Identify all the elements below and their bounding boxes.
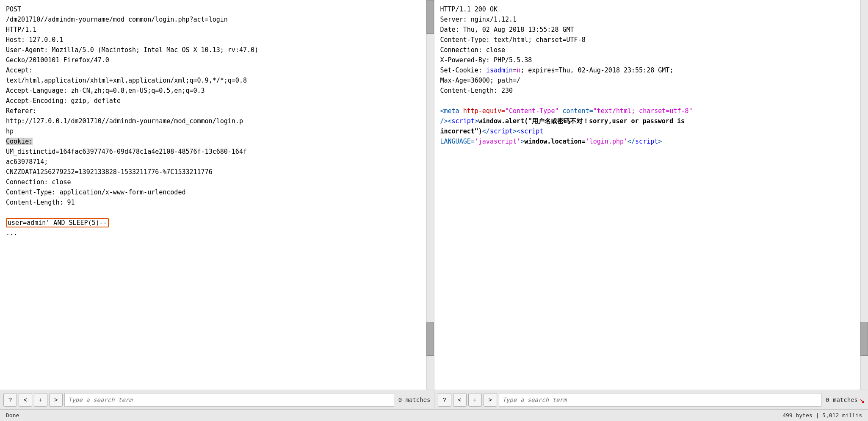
- script-open2: >: [520, 138, 524, 145]
- script-close2: </: [628, 138, 635, 145]
- status-left: Done: [6, 412, 19, 418]
- left-panel: POST /dm201710//admindm-yourname/mod_com…: [0, 0, 434, 409]
- script-end1: ><: [513, 127, 520, 135]
- script-kw1: script: [490, 127, 513, 135]
- content-attr: content=: [558, 107, 593, 115]
- response-text: HTTP/1.1 200 OK Server: nginx/1.12.1 Dat…: [440, 4, 855, 147]
- script-close1: </: [482, 127, 490, 135]
- status-right: 499 bytes | 5,012 millis: [782, 412, 862, 418]
- right-add-button[interactable]: +: [468, 393, 482, 407]
- right-match-count: 0 matches: [826, 396, 858, 403]
- script-kw3: script: [635, 138, 658, 145]
- cookie-name: isadmin: [486, 66, 513, 74]
- left-toolbar: ? < + > 0 matches: [0, 390, 434, 409]
- left-panel-content[interactable]: POST /dm201710//admindm-yourname/mod_com…: [0, 0, 434, 390]
- left-add-button[interactable]: +: [34, 393, 47, 407]
- lang-attr-tag: LANGUAGE=: [440, 138, 475, 145]
- lang-attr-val: 'javascript': [475, 138, 520, 145]
- right-help-button[interactable]: ?: [438, 393, 451, 407]
- left-search-input[interactable]: [64, 393, 394, 407]
- http-equiv-val: "Content-Type": [505, 107, 558, 115]
- meta-close: /><: [440, 117, 452, 125]
- cookie-value: UM_distinctid=164fac63977476-09d478c1a4e…: [6, 148, 247, 206]
- truncated-line: ...: [6, 229, 17, 237]
- cookie-line: Cookie:: [6, 138, 33, 145]
- content-val: "text/html; charset=utf-8": [593, 107, 693, 115]
- script-end2: >: [658, 138, 662, 145]
- status-bar: Done 499 bytes | 5,012 millis: [0, 409, 868, 421]
- right-prev-button[interactable]: <: [453, 393, 467, 407]
- left-match-count: 0 matches: [398, 396, 431, 403]
- left-scrollbar-thumb[interactable]: [426, 0, 434, 34]
- right-panel-content[interactable]: HTTP/1.1 200 OK Server: nginx/1.12.1 Dat…: [434, 0, 868, 390]
- cookie-val: n: [517, 66, 520, 74]
- meta-tag: <meta: [440, 107, 463, 115]
- script-tag1: >: [475, 117, 478, 125]
- right-scrollbar[interactable]: [860, 0, 868, 390]
- line-post: POST /dm201710//admindm-yourname/mod_com…: [6, 6, 258, 135]
- left-help-button[interactable]: ?: [3, 393, 17, 407]
- script-kw2: script: [520, 127, 543, 135]
- right-toolbar: ? < + > 0 matches ↘: [434, 390, 868, 409]
- left-prev-button[interactable]: <: [19, 393, 32, 407]
- left-scrollbar-thumb-bottom[interactable]: [426, 322, 434, 356]
- right-search-input[interactable]: [499, 393, 822, 407]
- request-text: POST /dm201710//admindm-yourname/mod_com…: [6, 4, 420, 238]
- right-next-button[interactable]: >: [484, 393, 497, 407]
- http-equiv-attr: http-equiv=: [463, 107, 505, 115]
- left-next-button[interactable]: >: [49, 393, 63, 407]
- right-scrollbar-thumb[interactable]: [860, 322, 868, 356]
- sql-injection-highlight: user=admin' AND SLEEP(5)--: [6, 218, 109, 227]
- location-call: window.location=: [524, 138, 586, 145]
- left-scrollbar[interactable]: [426, 0, 434, 390]
- right-panel: HTTP/1.1 200 OK Server: nginx/1.12.1 Dat…: [434, 0, 868, 409]
- script-open: script: [452, 117, 475, 125]
- location-val: 'login.php': [586, 138, 628, 145]
- red-arrow-icon: ↘: [860, 395, 865, 405]
